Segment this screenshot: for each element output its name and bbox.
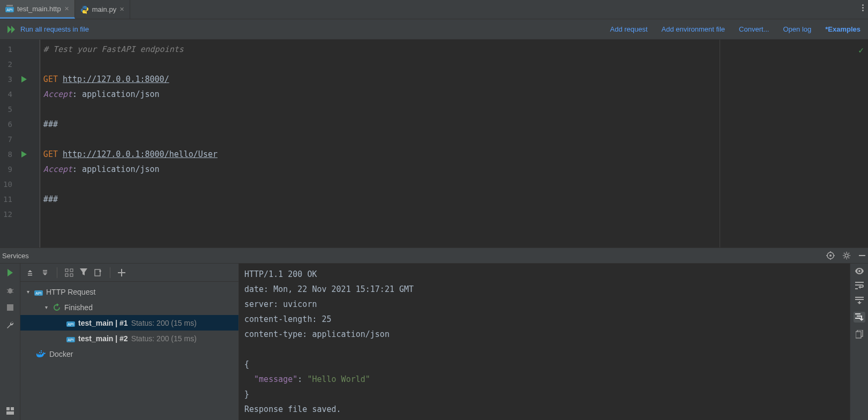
tree-label: HTTP Request xyxy=(46,288,95,296)
code-area[interactable]: ✓ # Test your FastAPI endpoints GET http… xyxy=(40,40,868,248)
run-gutter xyxy=(17,40,32,248)
tree-toolbar xyxy=(20,264,238,282)
chevron-down-icon: ▾ xyxy=(25,289,31,295)
editor-tabs-bar: API test_main.http ✕ main.py ✕ xyxy=(0,0,868,19)
svg-rect-23 xyxy=(70,274,73,276)
add-icon[interactable] xyxy=(118,269,125,276)
debug-icon[interactable] xyxy=(6,286,14,295)
tree-item-request-2[interactable]: API test_main | #2 Status: 200 (15 ms) xyxy=(20,331,238,346)
svg-rect-19 xyxy=(6,411,14,415)
code-line: Accept: application/json xyxy=(43,87,868,102)
api-icon: API xyxy=(66,335,75,342)
right-margin-line xyxy=(720,40,720,248)
chevron-down-icon: ▾ xyxy=(43,304,49,310)
code-line: ### xyxy=(43,192,868,207)
services-tree-panel: ▾ API HTTP Request ▾ Finished API test_m… xyxy=(20,264,239,420)
minimize-icon[interactable] xyxy=(858,252,866,259)
inspection-ok-icon[interactable]: ✓ xyxy=(858,43,864,58)
response-header: content-type: application/json xyxy=(244,327,844,342)
tree-node-finished[interactable]: ▾ Finished xyxy=(20,299,238,315)
line-number-gutter: 123456789101112 xyxy=(0,40,17,248)
svg-line-13 xyxy=(12,289,13,290)
soft-wrap-icon[interactable] xyxy=(855,282,864,289)
tree-item-request-1[interactable]: API test_main | #1 Status: 200 (15 ms) xyxy=(20,315,238,331)
response-viewer[interactable]: HTTP/1.1 200 OK date: Mon, 22 Nov 2021 1… xyxy=(239,264,850,420)
eye-icon[interactable] xyxy=(855,268,864,274)
group-icon[interactable] xyxy=(65,268,73,277)
tree-label: Finished xyxy=(64,303,93,312)
response-right-toolbar xyxy=(850,264,868,420)
request-number: #1 xyxy=(119,319,128,327)
code-line: ### xyxy=(43,117,868,132)
tab-main-py[interactable]: main.py ✕ xyxy=(75,0,131,19)
response-status-line: HTTP/1.1 200 OK xyxy=(244,267,844,282)
format-icon[interactable] xyxy=(854,312,865,322)
expand-all-icon[interactable] xyxy=(26,268,34,277)
svg-point-9 xyxy=(845,254,848,257)
request-status: Status: 200 (15 ms) xyxy=(131,319,197,327)
run-line-icon[interactable] xyxy=(17,72,32,87)
run-all-button[interactable]: Run all requests in file xyxy=(8,25,89,33)
gear-icon[interactable] xyxy=(842,251,851,260)
open-in-editor-icon[interactable] xyxy=(94,268,102,277)
filter-icon[interactable] xyxy=(80,268,87,277)
code-line xyxy=(43,207,868,222)
convert-link[interactable]: Convert... xyxy=(739,25,769,33)
response-blank xyxy=(244,342,844,357)
tree-label: Docker xyxy=(49,350,73,358)
svg-line-15 xyxy=(12,292,13,292)
code-line xyxy=(43,177,868,192)
json-body-line: "message": "Hello World" xyxy=(244,372,844,387)
tab-options-icon[interactable] xyxy=(862,4,864,11)
tab-label: test_main.http xyxy=(17,5,61,13)
tab-test-main-http[interactable]: API test_main.http ✕ xyxy=(0,0,75,19)
code-editor[interactable]: 123456789101112 ✓ # Test your FastAPI en… xyxy=(0,40,868,248)
tree-node-http-request[interactable]: ▾ API HTTP Request xyxy=(20,284,238,299)
request-status: Status: 200 (15 ms) xyxy=(131,334,197,343)
close-icon[interactable]: ✕ xyxy=(119,6,124,13)
svg-line-14 xyxy=(7,292,9,292)
svg-rect-24 xyxy=(95,269,100,276)
add-request-link[interactable]: Add request xyxy=(610,25,647,33)
api-icon: API xyxy=(66,319,75,327)
collapse-all-icon[interactable] xyxy=(41,268,49,277)
code-line: # Test your FastAPI endpoints xyxy=(43,42,868,57)
run-icon[interactable] xyxy=(6,269,14,276)
services-tree[interactable]: ▾ API HTTP Request ▾ Finished API test_m… xyxy=(20,282,238,420)
svg-line-12 xyxy=(7,289,9,290)
json-brace: { xyxy=(244,357,844,372)
api-icon: API xyxy=(5,4,14,13)
response-header: server: uvicorn xyxy=(244,297,844,312)
response-saved-msg: Response file saved. xyxy=(244,402,844,417)
close-icon[interactable]: ✕ xyxy=(64,5,69,12)
docker-icon xyxy=(36,350,46,358)
open-log-link[interactable]: Open log xyxy=(783,25,811,33)
svg-rect-32 xyxy=(856,332,861,338)
svg-point-11 xyxy=(8,288,12,294)
svg-rect-18 xyxy=(11,407,14,410)
code-line xyxy=(43,57,868,72)
run-all-label: Run all requests in file xyxy=(20,25,89,33)
add-environment-link[interactable]: Add environment file xyxy=(662,25,725,33)
response-header: date: Mon, 22 Nov 2021 15:17:21 GMT xyxy=(244,282,844,297)
api-icon: API xyxy=(34,288,43,296)
code-line: Accept: application/json xyxy=(43,162,868,177)
examples-link[interactable]: *Examples xyxy=(825,25,860,33)
svg-rect-2 xyxy=(6,5,13,6)
run-line-icon[interactable] xyxy=(17,147,32,162)
layout-icon[interactable] xyxy=(6,407,14,415)
services-left-toolbar xyxy=(0,264,20,420)
stop-icon[interactable] xyxy=(7,304,13,311)
code-line xyxy=(43,132,868,147)
copy-icon[interactable] xyxy=(856,330,863,339)
scroll-to-icon[interactable] xyxy=(855,297,864,304)
tab-label: main.py xyxy=(92,5,117,13)
code-line: GET http://127.0.0.1:8000/ xyxy=(43,72,868,87)
http-toolbar: Run all requests in file Add request Add… xyxy=(0,19,868,40)
svg-text:API: API xyxy=(68,322,73,326)
target-icon[interactable] xyxy=(826,251,835,260)
wrench-icon[interactable] xyxy=(6,320,14,329)
svg-rect-20 xyxy=(65,269,68,272)
tree-node-docker[interactable]: Docker xyxy=(20,346,238,362)
request-number: #2 xyxy=(119,334,128,343)
